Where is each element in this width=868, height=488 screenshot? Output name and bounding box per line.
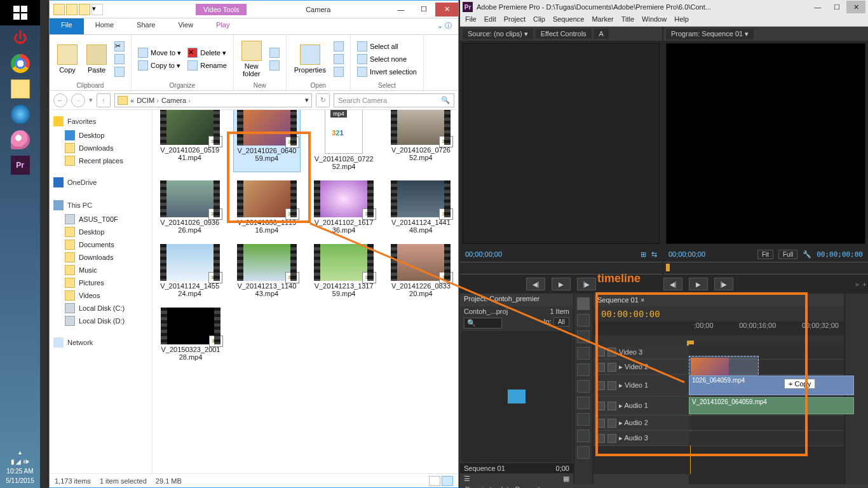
- paste-button[interactable]: Paste: [84, 43, 109, 75]
- nav-pictures[interactable]: Pictures: [52, 276, 149, 289]
- cut-button[interactable]: ✂: [113, 41, 126, 52]
- file-item[interactable]: V_20141026_0519 41.mp4: [156, 110, 223, 172]
- back-button[interactable]: ←: [53, 93, 67, 107]
- invertsel-button[interactable]: Invert selection: [356, 66, 418, 78]
- view-tab[interactable]: View: [166, 18, 205, 34]
- nav-documents[interactable]: Documents: [52, 238, 149, 251]
- details-view-button[interactable]: [429, 476, 440, 486]
- speaker-icon[interactable]: [596, 402, 605, 410]
- nav-downloads[interactable]: Downloads: [52, 142, 149, 154]
- search-input[interactable]: 🔍: [464, 318, 502, 329]
- nav-asus[interactable]: ASUS_T00F: [52, 213, 149, 226]
- razor-tool[interactable]: [577, 380, 590, 393]
- taskbar-chrome[interactable]: [0, 51, 40, 76]
- selection-tool[interactable]: [577, 297, 590, 310]
- maximize-button[interactable]: ☐: [412, 3, 435, 17]
- taskbar-explorer[interactable]: [0, 76, 40, 102]
- recent-dropdown[interactable]: ▾: [89, 96, 93, 104]
- nav-desktop2[interactable]: Desktop: [52, 226, 149, 238]
- breadcrumb-seg[interactable]: DCIM: [137, 97, 159, 104]
- clock-time[interactable]: 10:25 AM: [1, 466, 39, 476]
- audio-clip[interactable]: V_20141026_064059.mp4: [689, 397, 854, 414]
- refresh-button[interactable]: ↻: [316, 93, 330, 107]
- lock-icon[interactable]: [607, 402, 616, 410]
- properties-button[interactable]: Properties: [292, 43, 329, 75]
- audio-track-1[interactable]: ▸ Audio 1V_20141026_064059.mp4: [593, 396, 844, 416]
- project-bins[interactable]: [461, 331, 572, 462]
- rolling-tool[interactable]: [577, 347, 590, 360]
- menu-edit[interactable]: Edit: [484, 15, 496, 25]
- copy-button[interactable]: Copy: [55, 43, 80, 75]
- hand-tool[interactable]: [577, 430, 590, 442]
- speaker-icon[interactable]: [596, 434, 605, 443]
- list-view-button[interactable]: ☰: [464, 475, 470, 483]
- video-tools-tab[interactable]: Video Tools: [196, 4, 247, 15]
- file-item[interactable]: V_20141026_0726 52.mp4: [388, 110, 454, 172]
- help-icon[interactable]: ⌄ ⓘ: [431, 18, 458, 34]
- full-select[interactable]: Full: [778, 250, 797, 259]
- path-dropdown-icon[interactable]: ▾: [305, 96, 309, 104]
- slip-tool[interactable]: [577, 396, 590, 409]
- nav-locald[interactable]: Local Disk (D:): [52, 315, 149, 327]
- file-item-selected[interactable]: V_20141026_0640 59.mp4: [233, 110, 300, 172]
- file-item[interactable]: V_20141213_1317 59.mp4: [311, 242, 377, 299]
- edit-button[interactable]: [332, 53, 345, 65]
- newfolder-button[interactable]: New folder: [239, 39, 264, 79]
- taskbar-premiere[interactable]: Pr: [0, 152, 40, 178]
- video-track-1[interactable]: ▸ Video 1 1026_064059.mp4 + Copy: [593, 375, 844, 396]
- forward-button[interactable]: →: [71, 93, 85, 107]
- file-item[interactable]: V_20141124_1441 48.mp4: [388, 179, 454, 236]
- settings-icon[interactable]: 🔧: [803, 250, 811, 259]
- source-monitor[interactable]: [463, 43, 660, 244]
- favorites-header[interactable]: Favorites: [52, 114, 149, 129]
- source-tab[interactable]: Source: (no clips) ▾: [463, 29, 533, 39]
- maximize-button[interactable]: ☐: [827, 1, 846, 13]
- play-button[interactable]: ▶: [689, 278, 708, 290]
- tray-arrow-icon[interactable]: ▴: [1, 447, 39, 457]
- program-monitor[interactable]: [666, 43, 865, 244]
- up-button[interactable]: ↑: [97, 93, 111, 107]
- search-input[interactable]: Search Camera🔍: [334, 93, 454, 107]
- easyaccess-button[interactable]: [268, 60, 281, 71]
- delete-button[interactable]: ✕Delete ▾: [186, 47, 228, 58]
- close-button[interactable]: ✕: [846, 1, 865, 13]
- bin-name[interactable]: Sequence 01: [464, 464, 505, 472]
- monitor-btn-icon[interactable]: ⇆: [651, 250, 657, 259]
- ripple-tool[interactable]: [577, 330, 590, 343]
- taskbar-paint[interactable]: [0, 127, 40, 152]
- play-button[interactable]: ▶: [552, 278, 571, 290]
- qat-dropdown-icon[interactable]: ▾: [92, 4, 103, 15]
- explorer-titlebar[interactable]: ▾ Video Tools Camera — ☐ ✕: [50, 1, 458, 18]
- paste-shortcut-button[interactable]: [113, 66, 126, 78]
- speaker-icon[interactable]: [596, 419, 605, 428]
- more-buttons-icon[interactable]: » ＋: [855, 280, 868, 289]
- file-item[interactable]: V_20150323_2001 28.mp4: [156, 306, 225, 363]
- file-item[interactable]: V_20141124_1455 24.mp4: [156, 242, 223, 299]
- files-pane[interactable]: P_20150418_1219 19.jpg P_20150420_1555 1…: [153, 110, 458, 473]
- eye-icon[interactable]: [596, 381, 605, 390]
- nav-videos[interactable]: Videos: [52, 289, 149, 302]
- breadcrumb[interactable]: « DCIM Camera ▾: [114, 93, 312, 107]
- qat-icon[interactable]: [53, 4, 65, 15]
- nav-downloads2[interactable]: Downloads: [52, 251, 149, 264]
- copypath-button[interactable]: [113, 53, 126, 65]
- sequence-tab[interactable]: Sequence 01 ×: [597, 296, 644, 304]
- nav-music[interactable]: Music: [52, 264, 149, 276]
- timeline-ruler[interactable]: [689, 336, 844, 344]
- in-select[interactable]: All: [553, 317, 569, 327]
- rate-tool[interactable]: [577, 363, 590, 376]
- network-header[interactable]: Network: [52, 335, 149, 350]
- thispc-header[interactable]: This PC: [52, 198, 149, 213]
- lock-icon[interactable]: [607, 348, 616, 356]
- rename-button[interactable]: Rename: [186, 60, 228, 71]
- lock-icon[interactable]: [607, 419, 616, 428]
- close-button[interactable]: ✕: [435, 3, 458, 17]
- nav-recent[interactable]: Recent places: [52, 154, 149, 167]
- share-tab[interactable]: Share: [125, 18, 166, 34]
- selectnone-button[interactable]: Select none: [356, 53, 418, 65]
- tray-icons[interactable]: ▮ ◢ 🕪: [1, 457, 39, 466]
- power-icon[interactable]: ⏻: [0, 25, 40, 51]
- minimize-button[interactable]: —: [390, 3, 412, 17]
- fit-select[interactable]: Fit: [757, 250, 773, 259]
- timeline-timecode[interactable]: 00:00:00:00: [593, 306, 668, 322]
